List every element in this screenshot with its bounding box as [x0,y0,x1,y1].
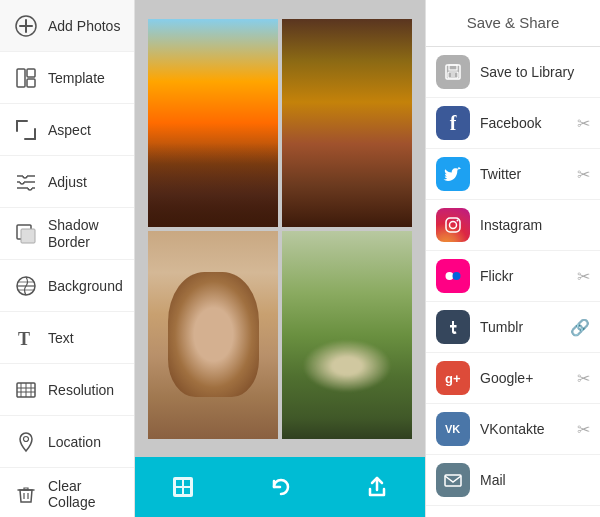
undo-button[interactable] [258,465,302,509]
sidebar-item-label: Template [48,70,105,86]
sidebar-item-label: Aspect [48,122,91,138]
svg-point-20 [24,436,29,441]
photo-sunset-img [148,19,278,227]
right-panel: Save & Share Save to Library f Facebook … [425,0,600,517]
photo-sunset-reflection-top[interactable] [282,19,412,227]
vk-link-icon: ✂ [577,420,590,439]
template-icon [12,64,40,92]
svg-rect-5 [27,79,35,87]
svg-point-37 [446,272,454,280]
svg-point-38 [453,272,461,280]
sidebar-item-location[interactable]: Location [0,416,134,468]
sidebar-item-resolution[interactable]: Resolution [0,364,134,416]
sidebar-item-adjust[interactable]: Adjust [0,156,134,208]
svg-point-36 [457,220,459,222]
mail-icon [436,463,470,497]
svg-text:g+: g+ [445,371,461,386]
sidebar-item-shadow-border[interactable]: Shadow Border [0,208,134,260]
adjust-icon [12,168,40,196]
canvas-bottom-bar [135,457,425,517]
instagram-icon [436,208,470,242]
share-item-tumblr[interactable]: Tumblr 🔗 [426,302,600,353]
tumblr-icon [436,310,470,344]
photo-reflection-img [282,19,412,227]
sidebar-item-label: Clear Collage [48,478,122,510]
sidebar-item-label: Location [48,434,101,450]
sidebar-item-background[interactable]: Background [0,260,134,312]
twitter-label: Twitter [480,166,577,182]
photo-dog-img [148,231,278,439]
svg-text:VK: VK [445,423,460,435]
facebook-label: Facebook [480,115,577,131]
share-item-instagram[interactable]: Instagram [426,200,600,251]
sidebar-item-template[interactable]: Template [0,52,134,104]
resolution-icon [12,376,40,404]
sidebar: Add Photos Template Aspect [0,0,135,517]
gplus-link-icon: ✂ [577,369,590,388]
flickr-link-icon: ✂ [577,267,590,286]
mail-label: Mail [480,472,590,488]
sidebar-item-clear-collage[interactable]: Clear Collage [0,468,134,517]
svg-text:T: T [18,329,30,349]
flickr-label: Flickr [480,268,577,284]
instagram-label: Instagram [480,217,590,233]
photo-field-img [282,231,412,439]
photo-field-bottom[interactable] [282,231,412,439]
svg-rect-4 [27,69,35,77]
share-item-flickr[interactable]: Flickr ✂ [426,251,600,302]
svg-point-35 [450,222,457,229]
sidebar-item-label: Adjust [48,174,87,190]
shadow-border-icon [12,220,40,248]
facebook-icon: f [436,106,470,140]
sidebar-item-add-photos[interactable]: Add Photos [0,0,134,52]
collage-column-right [282,19,412,439]
share-item-google-plus[interactable]: g+ Google+ ✂ [426,353,600,404]
twitter-link-icon: ✂ [577,165,590,184]
twitter-icon [436,157,470,191]
svg-rect-28 [184,488,190,494]
sidebar-item-label: Text [48,330,74,346]
tumblr-link-icon: 🔗 [570,318,590,337]
share-item-mail[interactable]: Mail [426,455,600,506]
tumblr-label: Tumblr [480,319,570,335]
save-library-icon [436,55,470,89]
sidebar-item-aspect[interactable]: Aspect [0,104,134,156]
canvas-button[interactable] [161,465,205,509]
google-plus-label: Google+ [480,370,577,386]
facebook-link-icon: ✂ [577,114,590,133]
svg-rect-27 [176,488,182,494]
save-library-label: Save to Library [480,64,590,80]
share-item-vkontakte[interactable]: VK VKontakte ✂ [426,404,600,455]
vkontakte-label: VKontakte [480,421,577,437]
canvas-area [135,0,425,517]
background-icon [12,272,40,300]
share-item-twitter[interactable]: Twitter ✂ [426,149,600,200]
share-button[interactable] [355,465,399,509]
share-item-facebook[interactable]: f Facebook ✂ [426,98,600,149]
save-share-title: Save & Share [467,14,560,31]
svg-rect-3 [17,69,25,87]
plus-circle-icon [12,12,40,40]
sidebar-item-label: Resolution [48,382,114,398]
collage [148,19,412,439]
photo-dog-bottom[interactable] [148,231,278,439]
svg-rect-41 [445,475,461,486]
share-item-save-library[interactable]: Save to Library [426,47,600,98]
aspect-icon [12,116,40,144]
vk-icon: VK [436,412,470,446]
trash-icon [12,480,40,508]
svg-rect-26 [184,480,190,486]
svg-rect-25 [176,480,182,486]
sidebar-item-text[interactable]: T Text [0,312,134,364]
google-plus-icon: g+ [436,361,470,395]
collage-column-left [148,19,278,439]
sidebar-item-label: Shadow Border [48,217,122,251]
sidebar-item-label: Background [48,278,123,294]
svg-rect-31 [448,72,458,78]
text-icon: T [12,324,40,352]
flickr-icon [436,259,470,293]
collage-container [135,0,425,457]
save-share-header: Save & Share [426,0,600,47]
photo-sunset-top[interactable] [148,19,278,227]
location-icon [12,428,40,456]
